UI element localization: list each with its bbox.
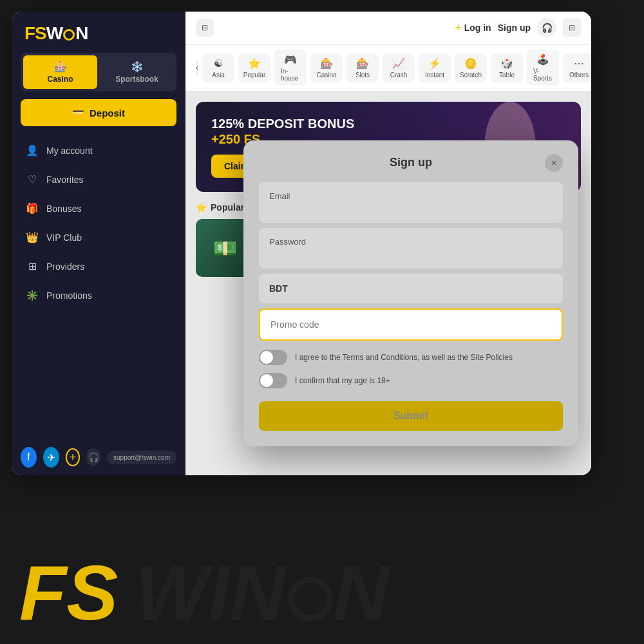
deposit-icon: 💳	[72, 107, 84, 118]
cat-popular[interactable]: ⭐ Popular	[238, 53, 270, 82]
vip-icon: 👑	[26, 231, 39, 243]
sidebar-item-bonuses[interactable]: 🎁 Bonuses	[17, 194, 180, 222]
password-label: Password	[269, 237, 553, 247]
age-label: I confirm that my age is 18+	[295, 375, 390, 386]
bottom-logo-dark: WINN	[135, 554, 389, 631]
age-toggle[interactable]	[259, 373, 287, 388]
headphone-sidebar-icon[interactable]: 🎧	[86, 448, 100, 466]
expand-button[interactable]: ⊟	[196, 19, 214, 37]
support-email: support@fswin.com	[107, 451, 176, 464]
modal-header: Sign up ×	[259, 156, 563, 169]
casino-icon: 🎰	[54, 61, 67, 73]
category-nav: ‹ ☯ Asia ⭐ Popular 🎮 In-house 🎰 Casino 🎰…	[185, 44, 591, 91]
cat-scratch[interactable]: 🪙 Scratch	[455, 53, 487, 82]
cat-crash[interactable]: 📈 Crash	[383, 53, 415, 82]
cat-instant[interactable]: ⚡ Instant	[419, 53, 451, 82]
submit-button[interactable]: Submit	[259, 401, 563, 431]
sidebar-tab-sportsbook[interactable]: ❄️ Sportsbook	[100, 55, 174, 89]
cat-asia[interactable]: ☯ Asia	[202, 53, 234, 82]
cat-prev-button[interactable]: ‹	[196, 59, 198, 77]
email-label: Email	[269, 191, 553, 201]
providers-icon: ⊞	[26, 260, 39, 272]
signup-modal: Sign up × Email Password BDT	[243, 140, 578, 446]
sidebar-menu: 👤 My account ♡ Favorites 🎁 Bonuses 👑 VIP…	[12, 137, 185, 439]
currency-field-container: BDT	[259, 274, 563, 303]
bottom-logo-yellow: FS	[19, 554, 118, 631]
promo-code-input[interactable]	[270, 319, 551, 330]
cat-table[interactable]: 🎲 Table	[491, 53, 523, 82]
sidebar-item-favorites[interactable]: ♡ Favorites	[17, 166, 180, 193]
age-toggle-row: I confirm that my age is 18+	[259, 373, 563, 388]
sidebar-tab-casino[interactable]: 🎰 Casino	[23, 55, 97, 89]
cat-slots[interactable]: 🎰 Slots	[346, 53, 379, 82]
promo-field-container	[259, 308, 563, 341]
plus-icon: +	[455, 21, 462, 35]
cat-casino[interactable]: 🎰 Casino	[310, 53, 343, 82]
modal-title: Sign up	[390, 156, 432, 169]
sportsbook-icon: ❄️	[131, 61, 144, 73]
cat-vsports[interactable]: 🕹️ V-Sports	[527, 50, 559, 86]
login-button[interactable]: + Log in	[455, 21, 491, 35]
terms-toggle[interactable]	[259, 350, 287, 365]
terms-toggle-row: I agree to the Terms and Conditions, as …	[259, 350, 563, 365]
email-field-container: Email	[259, 182, 563, 223]
logo-o	[63, 29, 75, 41]
currency-value: BDT	[269, 283, 288, 294]
cat-in-house[interactable]: 🎮 In-house	[274, 50, 307, 86]
top-nav: ⊟ + Log in Sign up 🎧 ⊟	[185, 12, 591, 44]
password-field-container: Password	[259, 228, 563, 269]
terms-label: I agree to the Terms and Conditions, as …	[295, 352, 513, 363]
main-content: ⊟ + Log in Sign up 🎧 ⊟ ‹ ☯ Asia ⭐	[185, 12, 591, 475]
sidebar-item-my-account[interactable]: 👤 My account	[17, 137, 180, 164]
telegram-icon[interactable]: ✈	[43, 447, 59, 468]
nav-actions: + Log in Sign up 🎧 ⊟	[455, 18, 581, 37]
browser-window: FSFSWINWN 🎰 Casino ❄️ Sportsbook 💳 Depos…	[12, 12, 591, 475]
sidebar-item-promotions[interactable]: ✳️ Promotions	[17, 281, 180, 309]
facebook-icon[interactable]: f	[21, 447, 37, 468]
deposit-button[interactable]: 💳 Deposit	[21, 99, 176, 126]
email-input[interactable]	[269, 203, 553, 213]
signup-button[interactable]: Sign up	[498, 23, 531, 33]
modal-close-button[interactable]: ×	[545, 154, 563, 172]
cat-others[interactable]: ⋯ Others	[563, 53, 591, 82]
headphone-nav-icon[interactable]: 🎧	[537, 18, 556, 37]
logo-circle-dark	[288, 576, 333, 621]
favorites-icon: ♡	[26, 173, 39, 185]
sidebar-tabs: 🎰 Casino ❄️ Sportsbook	[21, 53, 176, 91]
password-input[interactable]	[269, 249, 553, 259]
sidebar-logo: FSFSWINWN	[12, 12, 185, 53]
account-icon: 👤	[26, 144, 39, 156]
collapse-button[interactable]: ⊟	[563, 19, 581, 37]
add-button[interactable]: +	[66, 448, 80, 466]
bonuses-icon: 🎁	[26, 202, 39, 214]
promotions-icon: ✳️	[26, 289, 39, 301]
sidebar: FSFSWINWN 🎰 Casino ❄️ Sportsbook 💳 Depos…	[12, 12, 185, 475]
sidebar-footer: f ✈ + 🎧 support@fswin.com	[12, 439, 185, 475]
sidebar-item-vip-club[interactable]: 👑 VIP Club	[17, 223, 180, 251]
logo: FSFSWINWN	[24, 23, 88, 44]
sidebar-item-providers[interactable]: ⊞ Providers	[17, 252, 180, 280]
